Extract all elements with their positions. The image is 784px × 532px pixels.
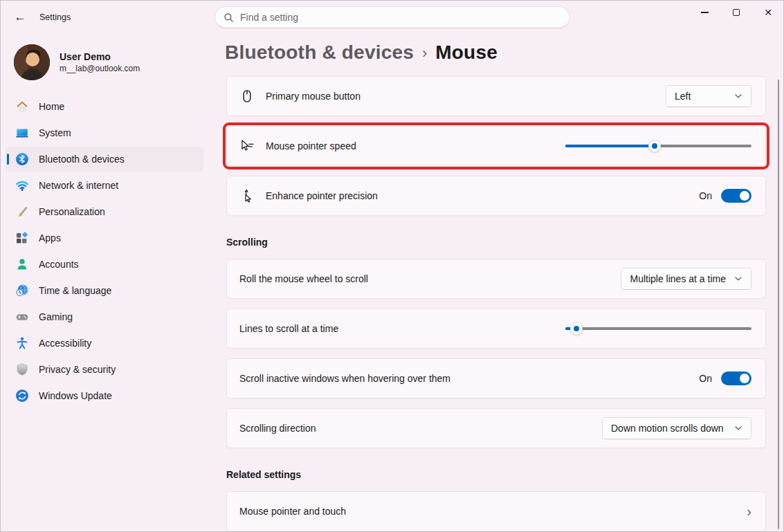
slider-track[interactable]	[565, 327, 751, 330]
setting-row-enhance-pointer-precision: Enhance pointer precision On	[226, 176, 766, 216]
chevron-down-icon	[734, 276, 742, 282]
sidebar-item-personalization[interactable]: Personalization	[6, 199, 203, 224]
sidebar-item-label: Gaming	[39, 311, 73, 322]
sidebar-item-network-internet[interactable]: Network & internet	[6, 173, 203, 198]
maximize-button[interactable]	[720, 0, 752, 25]
sidebar-item-time-language[interactable]: Time & language	[6, 278, 203, 303]
time-language-icon	[15, 284, 29, 297]
gaming-icon	[15, 310, 29, 324]
setting-row-lines-to-scroll: Lines to scroll at a time	[226, 309, 766, 349]
setting-label: Mouse pointer and touch	[239, 506, 747, 517]
privacy-icon	[15, 363, 29, 376]
slider-thumb[interactable]	[648, 140, 661, 152]
scrolling-direction-dropdown[interactable]: Down motion scrolls down	[602, 417, 751, 439]
toggle-knob	[740, 191, 749, 201]
sidebar-item-label: Apps	[39, 232, 61, 244]
profile-name: User Demo	[60, 51, 140, 62]
system-icon	[15, 126, 29, 140]
setting-row-roll-wheel: Roll the mouse wheel to scroll Multiple …	[226, 259, 766, 299]
apps-icon	[15, 231, 29, 245]
sidebar-item-system[interactable]: System	[6, 120, 203, 145]
sidebar-item-label: Personalization	[39, 206, 105, 217]
scroll-inactive-control: On	[699, 372, 751, 385]
chevron-down-icon	[734, 425, 742, 431]
personalization-icon	[15, 205, 29, 219]
pointer-precision-icon	[239, 188, 255, 203]
sidebar-item-accounts[interactable]: Accounts	[6, 252, 203, 277]
sidebar: User Demo m__lab@outlook.com Home	[0, 33, 209, 532]
maximize-icon	[733, 9, 740, 16]
search-input[interactable]	[240, 12, 561, 23]
home-icon	[15, 100, 29, 113]
sidebar-item-label: Windows Update	[39, 390, 112, 401]
close-button[interactable]: ✕	[752, 0, 784, 25]
main-content: Bluetooth & devices › Mouse Primary mous…	[215, 33, 784, 532]
setting-label: Enhance pointer precision	[266, 190, 699, 201]
toggle-state-label: On	[699, 373, 712, 384]
close-icon: ✕	[764, 8, 772, 17]
sidebar-item-label: Time & language	[39, 285, 111, 296]
accounts-icon	[15, 257, 29, 271]
chevron-right-icon: ›	[747, 504, 751, 520]
window-controls: ✕	[689, 0, 784, 25]
setting-row-scrolling-direction: Scrolling direction Down motion scrolls …	[226, 408, 766, 448]
setting-row-primary-mouse-button: Primary mouse button Left	[226, 76, 766, 116]
breadcrumb-parent[interactable]: Bluetooth & devices	[225, 42, 414, 64]
setting-label: Roll the mouse wheel to scroll	[239, 273, 621, 284]
dropdown-value: Left	[675, 91, 691, 102]
toggle-knob	[740, 374, 749, 383]
vertical-scrollbar[interactable]	[778, 80, 779, 529]
minimize-button[interactable]	[689, 0, 720, 25]
setting-row-mouse-pointer-and-touch[interactable]: Mouse pointer and touch ›	[226, 491, 766, 531]
primary-mouse-button-dropdown[interactable]: Left	[666, 85, 751, 107]
profile-email: m__lab@outlook.com	[60, 64, 140, 73]
setting-row-scroll-inactive-windows: Scroll inactive windows when hovering ov…	[226, 358, 766, 398]
sidebar-item-gaming[interactable]: Gaming	[6, 304, 203, 329]
search-box[interactable]	[215, 6, 570, 28]
mouse-pointer-speed-slider[interactable]	[565, 139, 751, 153]
section-header-scrolling: Scrolling	[226, 237, 784, 248]
breadcrumb: Bluetooth & devices › Mouse	[225, 42, 784, 64]
lines-to-scroll-slider[interactable]	[565, 322, 751, 336]
sidebar-item-label: Home	[39, 101, 64, 112]
setting-row-mouse-pointer-speed: Mouse pointer speed	[226, 126, 766, 166]
scroll-inactive-toggle[interactable]	[721, 372, 751, 385]
setting-label: Scroll inactive windows when hovering ov…	[239, 373, 699, 384]
section-header-related: Related settings	[226, 469, 784, 480]
app-title: Settings	[39, 12, 71, 22]
breadcrumb-separator-icon: ›	[422, 43, 427, 62]
enhance-pointer-precision-toggle[interactable]	[721, 189, 751, 203]
network-icon	[15, 178, 29, 192]
dropdown-value: Multiple lines at a time	[630, 273, 726, 284]
sidebar-item-privacy-security[interactable]: Privacy & security	[6, 357, 203, 382]
setting-label: Primary mouse button	[266, 91, 666, 102]
sidebar-item-apps[interactable]: Apps	[6, 226, 203, 250]
setting-label: Scrolling direction	[239, 423, 602, 434]
pointer-speed-icon	[239, 138, 255, 154]
sidebar-item-bluetooth-devices[interactable]: Bluetooth & devices	[6, 147, 203, 172]
sidebar-nav: Home System	[4, 94, 205, 408]
mouse-icon	[239, 89, 255, 104]
slider-fill	[565, 145, 655, 147]
sidebar-item-label: Accessibility	[39, 338, 91, 349]
roll-wheel-dropdown[interactable]: Multiple lines at a time	[621, 268, 751, 290]
sidebar-item-label: Accounts	[39, 259, 79, 270]
profile-text: User Demo m__lab@outlook.com	[60, 51, 140, 73]
setting-label: Mouse pointer speed	[266, 140, 565, 152]
avatar	[14, 44, 50, 80]
setting-label: Lines to scroll at a time	[239, 323, 565, 334]
search-icon	[224, 12, 234, 23]
slider-thumb[interactable]	[570, 322, 583, 335]
profile-card[interactable]: User Demo m__lab@outlook.com	[4, 39, 205, 93]
sidebar-item-accessibility[interactable]: Accessibility	[6, 331, 203, 356]
sidebar-item-home[interactable]: Home	[6, 94, 203, 119]
enhance-pointer-precision-control: On	[699, 189, 751, 203]
page-title: Mouse	[435, 42, 498, 64]
chevron-down-icon	[734, 93, 742, 99]
bluetooth-icon	[15, 152, 29, 166]
sidebar-item-label: Network & internet	[39, 180, 118, 191]
minimize-icon	[701, 12, 709, 12]
dropdown-value: Down motion scrolls down	[611, 423, 724, 434]
back-button[interactable]: ←	[10, 8, 30, 26]
sidebar-item-windows-update[interactable]: Windows Update	[6, 383, 203, 408]
